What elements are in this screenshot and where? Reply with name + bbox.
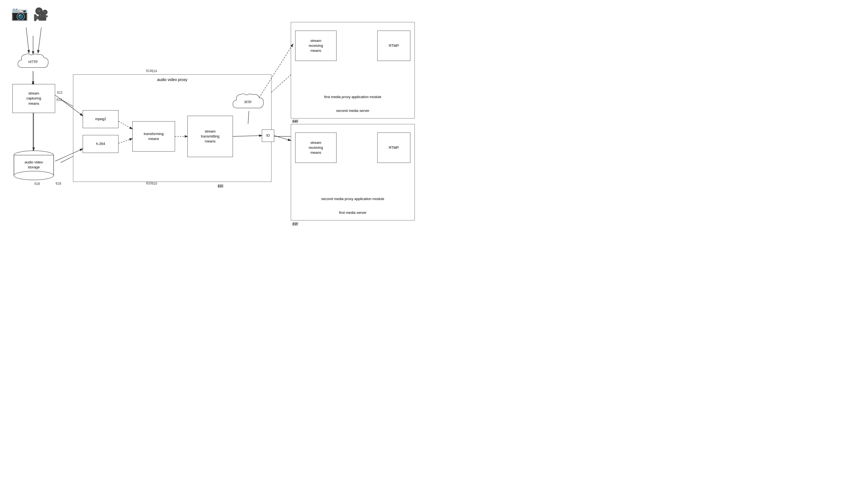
- audio-video-proxy-label: audio video proxy: [157, 77, 187, 82]
- http-label: HTTP: [29, 60, 38, 64]
- label-840: 840: [292, 120, 298, 124]
- label-830: 830: [292, 223, 298, 227]
- svg-text:614: 614: [151, 69, 157, 73]
- stream-transmitting-box: stream transmitting means: [187, 116, 233, 157]
- svg-line-29: [274, 136, 291, 141]
- stream-capturing-label: stream capturing means: [26, 91, 41, 106]
- audio-video-storage: audio video storage: [13, 150, 55, 180]
- label-618: 618: [34, 182, 40, 186]
- rtp-cloud: RTP: [232, 92, 265, 112]
- second-media-server-label: second media server: [291, 109, 414, 113]
- io-label: IO: [266, 133, 270, 138]
- stream-transmitting-label: stream transmitting means: [201, 129, 219, 144]
- label-810: 810: [146, 181, 151, 185]
- first-media-server-label: first media server: [291, 211, 414, 215]
- diagram-container: 📷 🎥 HTTP stream capturing means audio vi…: [0, 0, 422, 252]
- label-614: 614: [146, 69, 151, 73]
- rtmp-bot-box: RTMP: [377, 132, 410, 163]
- svg-text:618: 618: [56, 182, 61, 185]
- h264-label: h.264: [96, 141, 105, 146]
- second-media-server-top-outer: stream receiving means RTMP first media …: [291, 22, 415, 119]
- io-box: IO: [262, 129, 274, 142]
- h264-box: h.264: [83, 135, 119, 153]
- rtmp-top-box: RTMP: [377, 31, 410, 61]
- stream-receiving-top-label: stream receiving means: [309, 38, 323, 53]
- stream-receiving-bot-label: stream receiving means: [309, 140, 323, 156]
- transforming-means-box: transforming means: [132, 121, 175, 151]
- label-612: 612: [56, 98, 62, 102]
- svg-text:612: 612: [57, 91, 62, 94]
- stream-capturing-box: stream capturing means: [13, 84, 55, 113]
- camera-icon-2: 🎥: [33, 7, 49, 21]
- audio-video-storage-label: audio video storage: [24, 160, 43, 169]
- rtp-label: RTP: [245, 100, 252, 104]
- second-media-proxy-label: second media proxy application module: [291, 197, 414, 201]
- mpeg2-box: mpeg2: [83, 110, 119, 128]
- http-cloud: HTTP: [17, 52, 50, 71]
- rtmp-bot-label: RTMP: [389, 145, 399, 150]
- svg-line-18: [38, 28, 41, 53]
- first-media-server-bot-outer: stream receiving means RTMP second media…: [291, 124, 415, 220]
- stream-receiving-bot-box: stream receiving means: [295, 132, 337, 163]
- svg-line-17: [26, 28, 29, 53]
- rtmp-top-label: RTMP: [389, 43, 399, 48]
- mpeg2-label: mpeg2: [95, 116, 106, 122]
- svg-point-14: [14, 171, 54, 180]
- first-media-proxy-label: first media proxy application module: [291, 95, 414, 99]
- svg-text:810: 810: [151, 182, 157, 185]
- stream-receiving-top-box: stream receiving means: [295, 31, 337, 61]
- label-820: 820: [218, 185, 223, 188]
- camera-icon-1: 📷: [11, 5, 28, 21]
- transforming-means-label: transforming means: [144, 131, 163, 141]
